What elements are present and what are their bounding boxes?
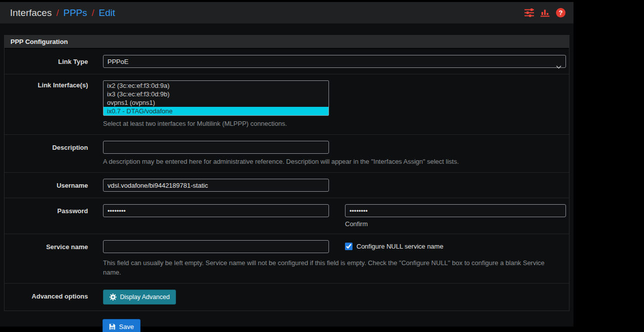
listbox-option-selected[interactable]: ix0.7 - DTAG/vodafone bbox=[104, 107, 328, 115]
breadcrumb-section: Interfaces bbox=[10, 7, 52, 18]
service-name-row: Service name Configure NULL service name bbox=[4, 234, 569, 284]
link-type-row: Link Type PPPoE bbox=[4, 49, 569, 74]
save-icon bbox=[109, 324, 116, 330]
save-label: Save bbox=[119, 323, 134, 331]
link-type-select[interactable]: PPPoE bbox=[103, 55, 566, 68]
breadcrumb-separator: / bbox=[56, 7, 58, 18]
service-name-help: This field can usually be left empty. Se… bbox=[103, 258, 563, 277]
topbar-icons: ? bbox=[524, 8, 566, 17]
confirm-label: Confirm bbox=[345, 220, 566, 228]
link-interfaces-label: Link Interface(s) bbox=[4, 80, 103, 128]
breadcrumb: Interfaces / PPPs / Edit bbox=[10, 7, 115, 18]
link-type-label: Link Type bbox=[4, 55, 103, 68]
username-label: Username bbox=[4, 179, 103, 192]
description-input[interactable] bbox=[103, 141, 329, 154]
advanced-options-row: Advanced options bbox=[4, 284, 569, 311]
display-advanced-label: Display Advanced bbox=[120, 294, 170, 301]
breadcrumb-edit-link[interactable]: Edit bbox=[99, 7, 116, 18]
configure-null-checkbox[interactable] bbox=[345, 243, 352, 250]
listbox-option[interactable]: ovpns1 (ovpns1) bbox=[104, 98, 328, 107]
breadcrumb-ppps-link[interactable]: PPPs bbox=[64, 7, 88, 18]
username-row: Username bbox=[4, 173, 569, 198]
save-area: Save bbox=[102, 319, 570, 332]
bar-chart-icon[interactable] bbox=[540, 8, 550, 17]
service-name-input[interactable] bbox=[103, 240, 329, 253]
advanced-options-label: Advanced options bbox=[4, 290, 103, 305]
display-advanced-button[interactable]: Display Advanced bbox=[103, 290, 176, 305]
service-name-label: Service name bbox=[4, 240, 103, 277]
breadcrumb-separator: / bbox=[92, 7, 94, 18]
gear-icon bbox=[110, 294, 116, 301]
content: PPP Configuration Link Type PPPoE bbox=[0, 23, 574, 332]
panel-title: PPP Configuration bbox=[4, 35, 569, 49]
username-input[interactable] bbox=[103, 179, 329, 192]
sliders-icon[interactable] bbox=[524, 8, 534, 17]
help-icon[interactable]: ? bbox=[556, 8, 566, 17]
configure-null-label[interactable]: Configure NULL service name bbox=[356, 243, 444, 250]
link-interfaces-help: Select at least two interfaces for Multi… bbox=[103, 119, 563, 128]
listbox-option[interactable]: ix3 (3c:ec:ef:f3:0d:9b) bbox=[104, 90, 328, 98]
ppp-configuration-panel: PPP Configuration Link Type PPPoE bbox=[4, 35, 570, 311]
password-confirm-input[interactable] bbox=[345, 204, 566, 217]
description-label: Description bbox=[4, 141, 103, 166]
breadcrumb-bar: Interfaces / PPPs / Edit bbox=[0, 2, 574, 23]
description-row: Description A description may be entered… bbox=[4, 135, 569, 173]
listbox-option[interactable]: ix2 (3c:ec:ef:f3:0d:9a) bbox=[104, 81, 328, 90]
link-interfaces-row: Link Interface(s) ix2 (3c:ec:ef:f3:0d:9a… bbox=[4, 74, 569, 135]
password-input[interactable] bbox=[103, 204, 329, 217]
description-help: A description may be entered here for ad… bbox=[103, 157, 563, 166]
password-label: Password bbox=[4, 204, 103, 228]
page: Interfaces / PPPs / Edit bbox=[0, 2, 574, 327]
save-button[interactable]: Save bbox=[102, 319, 140, 332]
link-interfaces-listbox[interactable]: ix2 (3c:ec:ef:f3:0d:9a) ix3 (3c:ec:ef:f3… bbox=[103, 80, 329, 116]
password-row: Password Confirm bbox=[4, 198, 569, 234]
